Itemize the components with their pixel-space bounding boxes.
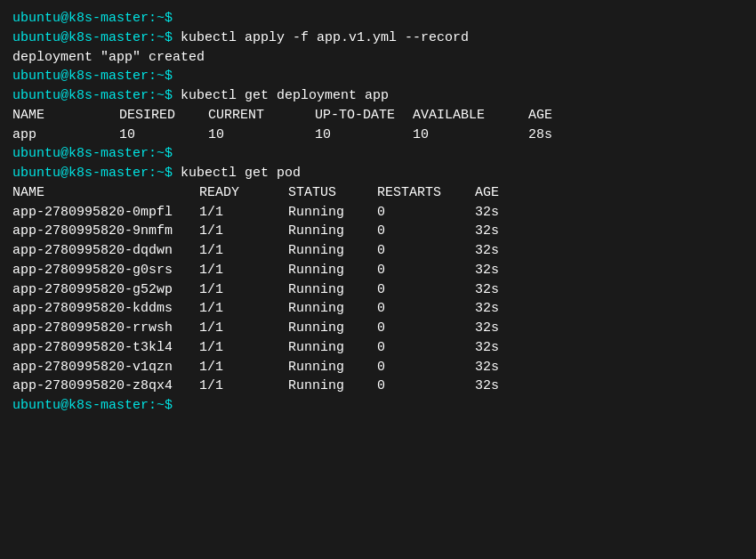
prompt-2: ubuntu@k8s-master:~$: [12, 30, 173, 45]
deploy-app-current: 10: [208, 126, 315, 145]
pod-row-v1qzn: app-2780995820-v1qzn1/1Running032s: [12, 358, 744, 377]
deploy-col-available: AVAILABLE: [413, 106, 528, 126]
cmd-5: kubectl get deployment app: [173, 88, 389, 103]
deploy-app-desired: 10: [119, 126, 208, 145]
terminal-line-1: ubuntu@k8s-master:~$: [12, 9, 744, 28]
deploy-row-app: app1010101028s: [12, 126, 744, 145]
deploy-col-uptodate: UP-TO-DATE: [315, 106, 413, 126]
pod-col-status: STATUS: [288, 183, 377, 203]
deploy-app-available: 10: [413, 126, 528, 145]
pod-row-9nmfm: app-2780995820-9nmfm1/1Running032s: [12, 222, 744, 241]
terminal-line-2: ubuntu@k8s-master:~$ kubectl apply -f ap…: [12, 28, 744, 48]
prompt-9: ubuntu@k8s-master:~$: [12, 166, 173, 181]
terminal-line-8: ubuntu@k8s-master:~$: [12, 144, 744, 164]
pod-row-t3kl4: app-2780995820-t3kl41/1Running032s: [12, 338, 744, 358]
prompt-8: ubuntu@k8s-master:~$: [12, 146, 173, 161]
pod-header: NAMEREADYSTATUSRESTARTSAGE: [12, 183, 744, 203]
pod-row-rrwsh: app-2780995820-rrwsh1/1Running032s: [12, 319, 744, 338]
terminal-line-3: deployment "app" created: [12, 48, 744, 68]
pod-col-restarts: RESTARTS: [377, 183, 475, 203]
terminal: ubuntu@k8s-master:~$ ubuntu@k8s-master:~…: [12, 9, 744, 416]
prompt-1: ubuntu@k8s-master:~$: [12, 11, 173, 26]
deploy-col-age: AGE: [528, 108, 552, 123]
deploy-app-name: app: [12, 126, 119, 145]
deploy-app-age: 28s: [528, 127, 552, 142]
prompt-5: ubuntu@k8s-master:~$: [12, 88, 173, 103]
pod-row-g52wp: app-2780995820-g52wp1/1Running032s: [12, 280, 744, 300]
terminal-final-prompt: ubuntu@k8s-master:~$: [12, 396, 744, 416]
deploy-col-desired: DESIRED: [119, 106, 208, 126]
pod-col-ready: READY: [199, 183, 288, 203]
pod-row-0mpfl: app-2780995820-0mpfl1/1Running032s: [12, 203, 744, 223]
terminal-line-4: ubuntu@k8s-master:~$: [12, 67, 744, 86]
pod-col-name: NAME: [12, 183, 199, 203]
deploy-col-name: NAME: [12, 106, 119, 126]
pod-row-kddms: app-2780995820-kddms1/1Running032s: [12, 299, 744, 319]
pod-row-z8qx4: app-2780995820-z8qx41/1Running032s: [12, 377, 744, 396]
terminal-line-5: ubuntu@k8s-master:~$ kubectl get deploym…: [12, 86, 744, 106]
output-3: deployment "app" created: [12, 50, 205, 65]
deploy-app-uptodate: 10: [315, 126, 413, 145]
prompt-4: ubuntu@k8s-master:~$: [12, 69, 173, 84]
pod-row-g0srs: app-2780995820-g0srs1/1Running032s: [12, 261, 744, 280]
cmd-9: kubectl get pod: [173, 166, 301, 181]
deploy-header: NAMEDESIREDCURRENTUP-TO-DATEAVAILABLEAGE: [12, 106, 744, 126]
prompt-final: ubuntu@k8s-master:~$: [12, 398, 173, 413]
pod-row-dqdwn: app-2780995820-dqdwn1/1Running032s: [12, 241, 744, 261]
terminal-line-9: ubuntu@k8s-master:~$ kubectl get pod: [12, 164, 744, 183]
deploy-col-current: CURRENT: [208, 106, 315, 126]
cmd-2: kubectl apply -f app.v1.yml --record: [173, 30, 469, 45]
pod-col-age: AGE: [475, 185, 499, 200]
